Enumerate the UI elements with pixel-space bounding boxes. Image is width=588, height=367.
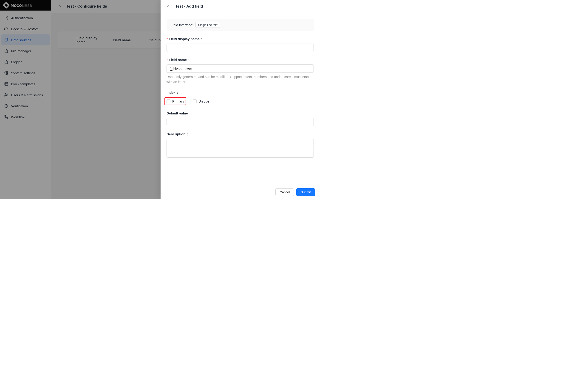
required-mark: * bbox=[166, 37, 168, 41]
form-group-display-name: *Field display name： bbox=[166, 37, 314, 52]
submit-button[interactable]: Submit bbox=[296, 188, 315, 196]
index-label: Index： bbox=[166, 91, 314, 95]
display-name-input[interactable] bbox=[166, 44, 314, 52]
default-value-label: Default value： bbox=[166, 111, 314, 116]
checkbox-icon bbox=[166, 99, 170, 103]
description-label: Description： bbox=[166, 132, 314, 136]
checkbox-icon bbox=[193, 99, 197, 103]
form-group-field-name: *Field name： Randomly generated and can … bbox=[166, 58, 314, 85]
field-interface-label: Field interface: bbox=[171, 23, 193, 27]
label-text: Index bbox=[166, 91, 175, 94]
drawer-add-field: Test - Add field Field interface: Single… bbox=[161, 0, 320, 199]
cancel-button[interactable]: Cancel bbox=[275, 188, 294, 196]
field-name-help: Randomly generated and can be modified. … bbox=[166, 75, 314, 85]
drawer-header: Test - Add field bbox=[161, 0, 320, 13]
drawer-title: Test - Add field bbox=[175, 4, 203, 9]
field-interface-row: Field interface: Single line text bbox=[166, 19, 314, 31]
label-text: Default value bbox=[166, 111, 188, 115]
checkbox-label: Primary bbox=[172, 99, 184, 103]
required-mark: * bbox=[166, 58, 168, 62]
index-checkbox-row: Primary Unique bbox=[166, 97, 314, 105]
close-icon[interactable] bbox=[166, 4, 170, 9]
label-text: Description bbox=[166, 132, 186, 136]
label-text: Field name bbox=[169, 58, 187, 62]
modal-backdrop[interactable] bbox=[0, 0, 161, 199]
field-interface-chip[interactable]: Single line text bbox=[195, 22, 220, 28]
display-name-label: *Field display name： bbox=[166, 37, 314, 41]
form-group-index: Index： Primary Unique bbox=[166, 91, 314, 105]
description-textarea[interactable] bbox=[166, 139, 314, 158]
form-group-description: Description： bbox=[166, 132, 314, 158]
field-name-label: *Field name： bbox=[166, 58, 314, 62]
primary-checkbox-item[interactable]: Primary bbox=[164, 97, 186, 105]
field-name-input[interactable] bbox=[166, 65, 314, 73]
form-group-default-value: Default value： bbox=[166, 111, 314, 126]
drawer-footer: Cancel Submit bbox=[161, 185, 320, 199]
default-value-input[interactable] bbox=[166, 118, 314, 126]
drawer-body: Field interface: Single line text *Field… bbox=[161, 13, 320, 185]
label-text: Field display name bbox=[169, 37, 199, 41]
unique-checkbox-item[interactable]: Unique bbox=[191, 98, 211, 105]
checkbox-label: Unique bbox=[199, 99, 209, 103]
